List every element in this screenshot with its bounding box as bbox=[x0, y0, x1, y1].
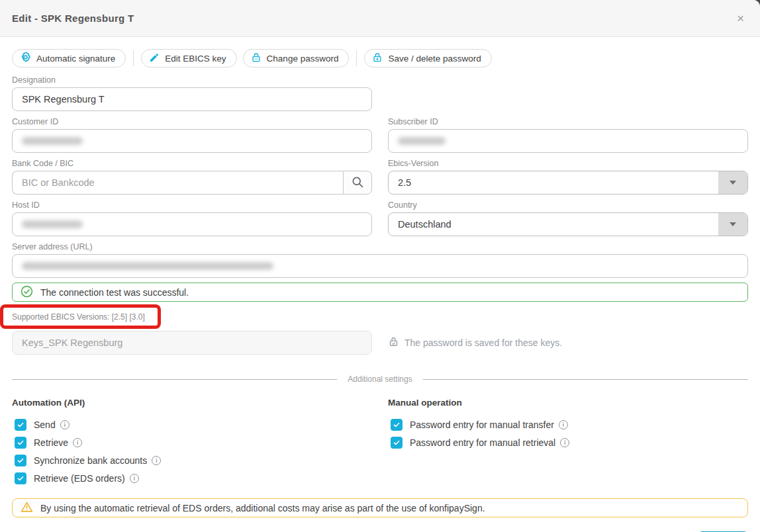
lock-save-icon bbox=[372, 52, 383, 65]
save-delete-password-button[interactable]: Save / delete password bbox=[364, 49, 491, 67]
search-icon bbox=[351, 175, 364, 191]
dialog-title: Edit - SPK Regensburg T bbox=[12, 13, 134, 24]
designation-label: Designation bbox=[12, 75, 372, 85]
bank-code-input[interactable]: BIC or Bankcode bbox=[12, 171, 343, 195]
keys-input: Keys_SPK Regensburg bbox=[12, 331, 372, 355]
pwd-manual-transfer-label: Password entry for manual transfer bbox=[410, 420, 554, 430]
pencil-icon bbox=[149, 52, 160, 65]
retrieve-label: Retrieve bbox=[34, 437, 68, 448]
lock-check-icon bbox=[388, 336, 399, 349]
send-label: Send bbox=[34, 420, 56, 430]
retrieve-eds-checkbox[interactable] bbox=[15, 472, 26, 484]
password-saved-note: The password is saved for these keys. bbox=[388, 336, 748, 349]
toolbar-button-label: Automatic signature bbox=[36, 54, 115, 64]
bank-code-label: Bank Code / BIC bbox=[12, 159, 372, 168]
eds-warning-text: By using the automatic retrieval of EDS … bbox=[40, 503, 485, 513]
ebics-version-value: 2.5 bbox=[398, 177, 411, 188]
designation-input[interactable]: SPK Regensburg T bbox=[12, 87, 372, 111]
server-url-label: Server address (URL) bbox=[12, 242, 748, 251]
customer-id-input[interactable] bbox=[12, 129, 372, 153]
pwd-manual-retrieval-label: Password entry for manual retrieval bbox=[410, 437, 555, 448]
customer-id-label: Customer ID bbox=[12, 117, 372, 126]
country-select[interactable]: Deutschland bbox=[388, 212, 748, 236]
chevron-down-icon bbox=[730, 181, 736, 185]
sync-accounts-checkbox[interactable] bbox=[15, 455, 26, 466]
toolbar-button-label: Save / delete password bbox=[388, 54, 481, 64]
toolbar-button-label: Change password bbox=[267, 54, 339, 64]
info-icon[interactable]: i bbox=[73, 438, 82, 447]
retrieve-checkbox[interactable] bbox=[15, 437, 26, 449]
redacted-value bbox=[22, 220, 83, 228]
ebics-version-select[interactable]: 2.5 bbox=[388, 171, 748, 195]
toolbar-divider bbox=[356, 50, 357, 66]
keys-value: Keys_SPK Regensburg bbox=[22, 337, 122, 348]
redacted-value bbox=[398, 137, 446, 145]
country-value: Deutschland bbox=[398, 219, 451, 230]
retrieve-eds-label: Retrieve (EDS orders) bbox=[34, 473, 125, 484]
retrieve-option: Retrieve i bbox=[12, 433, 372, 451]
send-option: Send i bbox=[12, 416, 372, 433]
divider-line bbox=[12, 379, 337, 380]
info-icon[interactable]: i bbox=[560, 438, 569, 447]
host-id-label: Host ID bbox=[12, 200, 372, 210]
lock-icon bbox=[251, 52, 261, 65]
info-icon[interactable]: i bbox=[559, 420, 568, 429]
toolbar-divider bbox=[133, 50, 134, 66]
supported-versions-annotation: Supported EBICS Versions: [2.5] [3.0] bbox=[0, 304, 161, 329]
edit-ebics-key-button[interactable]: Edit EBICS key bbox=[141, 49, 236, 67]
redacted-value bbox=[22, 262, 273, 270]
bank-search-button[interactable] bbox=[343, 171, 372, 195]
redacted-value bbox=[22, 137, 83, 145]
supported-versions-text: Supported EBICS Versions: [2.5] [3.0] bbox=[12, 312, 145, 322]
send-checkbox[interactable] bbox=[15, 419, 26, 431]
pwd-manual-transfer-option: Password entry for manual transfer i bbox=[388, 416, 748, 433]
gear-icon bbox=[20, 52, 31, 65]
manual-operation-title: Manual operation bbox=[388, 398, 748, 408]
edit-ebics-dialog: Edit - SPK Regensburg T × Automatic sign… bbox=[0, 0, 760, 532]
chevron-down-icon bbox=[730, 222, 736, 226]
toolbar-button-label: Edit EBICS key bbox=[165, 54, 226, 64]
password-saved-text: The password is saved for these keys. bbox=[404, 337, 562, 348]
divider-line bbox=[423, 379, 748, 380]
dialog-header: Edit - SPK Regensburg T × bbox=[0, 0, 760, 37]
server-url-input[interactable] bbox=[12, 254, 748, 278]
connection-success-text: The connection test was successful. bbox=[40, 287, 189, 298]
sync-accounts-option: Synchronize bank accounts i bbox=[12, 451, 372, 469]
warning-triangle-icon bbox=[21, 501, 33, 515]
info-icon[interactable]: i bbox=[152, 456, 161, 465]
dropdown-arrow[interactable] bbox=[718, 213, 747, 236]
check-circle-icon bbox=[21, 285, 33, 300]
pwd-manual-retrieval-checkbox[interactable] bbox=[391, 437, 403, 449]
toolbar: Automatic signature Edit EBICS key Chang… bbox=[12, 49, 748, 67]
subscriber-id-label: Subscriber ID bbox=[388, 117, 748, 126]
bank-code-placeholder: BIC or Bankcode bbox=[22, 177, 95, 188]
dropdown-arrow[interactable] bbox=[718, 171, 747, 194]
info-icon[interactable]: i bbox=[130, 474, 139, 483]
automation-column: Automation (API) Send i Retrieve i Synch… bbox=[12, 398, 372, 487]
host-id-input[interactable] bbox=[12, 212, 372, 236]
retrieve-eds-option: Retrieve (EDS orders) i bbox=[12, 469, 372, 487]
close-icon[interactable]: × bbox=[734, 9, 747, 27]
designation-value: SPK Regensburg T bbox=[22, 94, 105, 105]
subscriber-id-input[interactable] bbox=[388, 129, 748, 153]
change-password-button[interactable]: Change password bbox=[243, 49, 350, 67]
additional-settings-label: Additional settings bbox=[337, 375, 422, 384]
manual-operation-column: Manual operation Password entry for manu… bbox=[388, 398, 748, 487]
ebics-version-label: Ebics-Version bbox=[388, 159, 748, 168]
connection-success-message: The connection test was successful. bbox=[12, 283, 748, 302]
pwd-manual-retrieval-option: Password entry for manual retrieval i bbox=[388, 433, 748, 451]
pwd-manual-transfer-checkbox[interactable] bbox=[391, 419, 403, 431]
info-icon[interactable]: i bbox=[60, 420, 70, 429]
automation-title: Automation (API) bbox=[12, 398, 372, 408]
additional-settings-divider: Additional settings bbox=[12, 375, 748, 384]
automatic-signature-button[interactable]: Automatic signature bbox=[12, 49, 126, 67]
eds-warning-message: By using the automatic retrieval of EDS … bbox=[12, 498, 748, 517]
country-label: Country bbox=[388, 200, 748, 210]
sync-accounts-label: Synchronize bank accounts bbox=[34, 455, 147, 466]
